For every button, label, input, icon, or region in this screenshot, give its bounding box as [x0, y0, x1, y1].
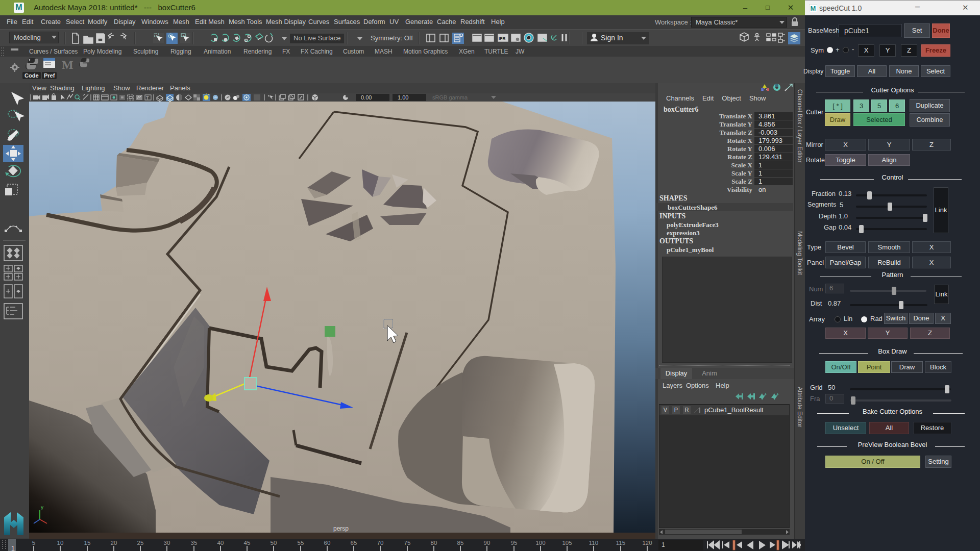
svg-text:+: +	[764, 392, 767, 397]
svg-text:sRGB gamma: sRGB gamma	[432, 94, 468, 101]
svg-text:No Live Surface: No Live Surface	[293, 34, 341, 42]
svg-text:y: y	[41, 505, 43, 510]
svg-text:+: +	[776, 392, 779, 397]
svg-text:T: T	[146, 95, 149, 101]
svg-text:M: M	[62, 58, 74, 71]
svg-text:1.00: 1.00	[398, 94, 408, 101]
svg-text:0.00: 0.00	[361, 94, 372, 101]
svg-text:IPR: IPR	[499, 36, 506, 41]
svg-text:Symmetry: Off: Symmetry: Off	[371, 34, 413, 42]
svg-text:Sign In: Sign In	[601, 34, 623, 42]
svg-text:persp: persp	[333, 525, 349, 532]
